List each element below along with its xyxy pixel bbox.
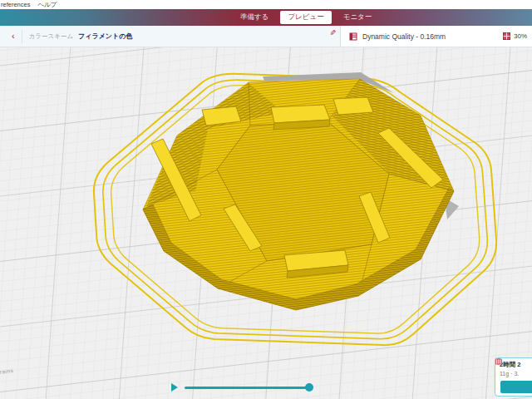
play-icon[interactable] [171,383,178,392]
save-to-disk-button[interactable] [500,381,532,393]
tab-prepare[interactable]: 準備する [235,11,273,24]
stage-header: 準備する プレビュー モニター [0,9,532,26]
infill-percent: 30% [514,32,527,40]
material-usage: 11g · 3. [500,371,519,377]
infill-icon [503,32,510,40]
buildplate-scene [0,47,532,399]
extruder-icon [349,32,357,41]
menubar: references ヘルプ [0,0,532,9]
slider-track[interactable] [185,387,309,389]
stage-tabs: 準備する プレビュー モニター [235,9,377,26]
slider-handle[interactable] [305,383,313,392]
print-settings-bar[interactable]: Dynamic Quality - 0.16mm 30% [341,26,532,47]
edit-pencil-icon[interactable]: ✎ [328,29,337,44]
viewport-3d[interactable]: crains 2時間 2 [0,47,532,399]
print-profile: Dynamic Quality - 0.16mm [362,32,446,41]
color-scheme-value[interactable]: フィラメントの色 [78,32,132,41]
simulation-slider [171,382,309,392]
tab-monitor[interactable]: モニター [338,11,377,24]
menu-preferences[interactable]: references [1,0,30,9]
print-time: 2時間 2 [500,361,520,369]
tab-preview[interactable]: プレビュー [280,11,331,24]
menu-help[interactable]: ヘルプ [37,0,57,9]
material-spool-icon [495,358,502,365]
color-scheme-bar[interactable]: ‹ カラースキーム フィラメントの色 ✎ [0,26,341,47]
print-job-card: 2時間 2 11g · 3. [495,357,532,397]
cura-window: references ヘルプ 準備する プレビュー モニター ‹ カラースキーム… [0,0,532,399]
divider [22,30,22,43]
color-scheme-label: カラースキーム [29,32,73,41]
collapse-chevron-icon[interactable]: ‹ [0,31,22,42]
preview-toolbar: ‹ カラースキーム フィラメントの色 ✎ Dynamic Quality - 0… [0,26,532,47]
